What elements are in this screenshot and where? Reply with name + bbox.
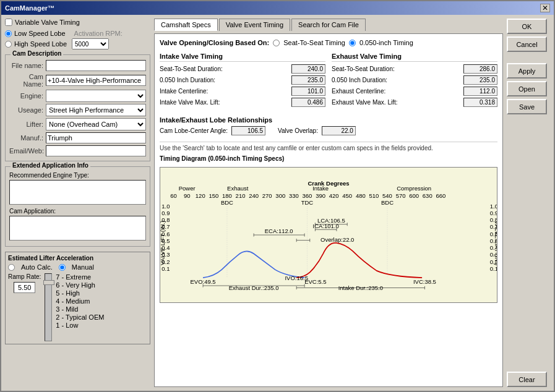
- exhaust-row-2: Exhaust Centerline:: [332, 87, 497, 96]
- seat-to-seat-radio[interactable]: [273, 40, 280, 46]
- cam-description-title: Cam Description: [11, 50, 63, 57]
- exhaust-row-2-value[interactable]: [463, 87, 497, 96]
- ok-button[interactable]: OK: [507, 19, 547, 34]
- cam-name-input[interactable]: [46, 75, 146, 86]
- activation-rpm-select[interactable]: 5000: [72, 38, 109, 49]
- intake-row-3-value[interactable]: [291, 98, 325, 107]
- manual-radio[interactable]: [59, 264, 66, 271]
- intake-row-2-value[interactable]: [291, 87, 325, 96]
- manuf-input[interactable]: [46, 132, 146, 143]
- valve-overlap-value[interactable]: [322, 126, 356, 135]
- email-input[interactable]: [46, 145, 146, 156]
- tab-valve-event-timing[interactable]: Valve Event Timing: [219, 19, 290, 31]
- slider-track[interactable]: [45, 273, 52, 341]
- lobe-title: Intake/Exhaust Lobe Relationships: [160, 116, 497, 124]
- svg-text:Compression: Compression: [397, 185, 431, 192]
- timing-tables: Intake Valve Timing Seat-To-Seat Duratio…: [160, 53, 497, 109]
- exhaust-row-1: 0.050 Inch Duration:: [332, 75, 497, 85]
- high-speed-radio[interactable]: [5, 41, 12, 48]
- low-speed-row: Low Speed Lobe Activation RPM:: [5, 30, 150, 37]
- svg-text:600: 600: [409, 192, 419, 199]
- cancel-button[interactable]: Cancel: [507, 36, 547, 52]
- svg-text:540: 540: [382, 192, 392, 199]
- usage-row: Useage: Street High Performance: [9, 104, 146, 116]
- engine-select[interactable]: [46, 90, 146, 102]
- ramp-level-1: 1 - Low: [56, 322, 104, 329]
- intake-row-0-label: Seat-To-Seat Duration:: [160, 66, 291, 72]
- svg-text:210: 210: [236, 192, 246, 199]
- diagram-label: Timing Diagram (0.050-inch Timing Specs): [160, 155, 497, 162]
- cam-lobe-value[interactable]: [231, 126, 265, 135]
- exhaust-row-1-value[interactable]: [463, 75, 497, 85]
- exhaust-row-0-label: Seat-To-Seat Duration:: [332, 66, 463, 72]
- right-buttons: OK Cancel Apply Open Save Clear: [507, 19, 550, 387]
- cam-lobe-item: Cam Lobe-Center Angle:: [160, 126, 265, 135]
- auto-calc-radio[interactable]: [8, 264, 15, 271]
- seat-to-seat-label: Seat-To-Seat Timing: [283, 39, 345, 46]
- tab-camshaft-specs[interactable]: Camshaft Specs: [154, 19, 218, 31]
- low-speed-label: Low Speed Lobe: [14, 30, 66, 37]
- exhaust-timing-table: Exhaust Valve Timing Seat-To-Seat Durati…: [332, 53, 497, 109]
- speed-lobe-group: Low Speed Lobe Activation RPM: High Spee…: [5, 30, 150, 49]
- svg-text:330: 330: [289, 192, 299, 199]
- variable-valve-timing-label: Variable Valve Timing: [15, 19, 80, 26]
- intake-row-2-label: Intake Centerline:: [160, 88, 291, 95]
- recommended-engine-label: Recommended Engine Type:: [9, 172, 146, 179]
- file-name-input[interactable]: [46, 60, 146, 71]
- svg-text:Power: Power: [179, 185, 196, 192]
- tab-search-for-cam-file[interactable]: Search for Cam File: [291, 19, 366, 31]
- variable-valve-timing-checkbox[interactable]: [5, 19, 12, 26]
- svg-text:ECA:112.0: ECA:112.0: [265, 228, 293, 234]
- cam-application-input[interactable]: [9, 216, 146, 241]
- engine-label: Engine:: [9, 92, 43, 100]
- svg-text:EVO:49.5: EVO:49.5: [191, 278, 216, 285]
- save-button[interactable]: Save: [507, 99, 547, 114]
- ramp-level-6: 6 - Very High: [56, 281, 104, 289]
- svg-text:Intake Dur.:235.0: Intake Dur.:235.0: [338, 284, 383, 291]
- svg-text:90: 90: [184, 192, 191, 199]
- close-button[interactable]: ✕: [540, 4, 550, 12]
- cam-name-label: Cam Name:: [9, 73, 43, 88]
- svg-text:510: 510: [369, 192, 379, 199]
- file-name-label: File name:: [9, 62, 43, 69]
- svg-text:360: 360: [303, 192, 312, 199]
- exhaust-row-1-label: 0.050 Inch Duration:: [332, 77, 463, 83]
- inch-050-radio[interactable]: [349, 40, 356, 46]
- slider-thumb[interactable]: [43, 280, 54, 285]
- svg-text:120: 120: [196, 192, 205, 199]
- manual-label: Manual: [72, 263, 94, 271]
- intake-row-3: Intake Valve Max. Lift:: [160, 98, 325, 107]
- svg-text:300: 300: [275, 192, 285, 199]
- intake-row-0-value[interactable]: [291, 64, 325, 74]
- exhaust-row-3-value[interactable]: [463, 98, 497, 107]
- open-button[interactable]: Open: [507, 81, 547, 96]
- clear-button[interactable]: Clear: [507, 372, 547, 387]
- file-name-row: File name:: [9, 60, 146, 71]
- auto-label: Auto Calc.: [21, 263, 53, 271]
- extended-info-title: Extended Application Info: [11, 162, 90, 169]
- intake-header: Intake Valve Timing: [160, 53, 325, 62]
- lifter-select[interactable]: None (Overhead Cam): [46, 118, 146, 130]
- valve-overlap-item: Valve Overlap:: [278, 126, 356, 135]
- ramp-rate-label: Ramp Rate:: [8, 273, 41, 280]
- svg-text:450: 450: [342, 192, 352, 199]
- ramp-level-2: 2 - Typical OEM: [56, 313, 104, 321]
- svg-text:630: 630: [423, 192, 432, 199]
- variable-valve-timing-row: Variable Valve Timing: [5, 19, 150, 26]
- svg-text:660: 660: [436, 192, 445, 199]
- engine-row: Engine:: [9, 90, 146, 102]
- activation-group: Activation RPM:: [74, 30, 123, 37]
- lifter-accel-box: Estimated Lifter Acceleration Auto Calc.…: [5, 252, 150, 344]
- svg-text:480: 480: [356, 192, 366, 199]
- recommended-engine-input[interactable]: [9, 180, 146, 205]
- high-speed-row: High Speed Lobe 5000: [5, 38, 150, 49]
- low-speed-radio[interactable]: [5, 30, 12, 37]
- exhaust-row-0-value[interactable]: [463, 64, 497, 74]
- timing-diagram: Crank Degrees Power Exhaust Intake Compr…: [160, 167, 497, 303]
- apply-button[interactable]: Apply: [507, 63, 547, 79]
- svg-text:Intake: Intake: [312, 185, 329, 192]
- usage-select[interactable]: Street High Performance: [46, 104, 146, 116]
- intake-row-1-value[interactable]: [291, 75, 325, 85]
- cam-lobe-label: Cam Lobe-Center Angle:: [160, 127, 228, 134]
- svg-text:0.1: 0.1: [490, 265, 497, 272]
